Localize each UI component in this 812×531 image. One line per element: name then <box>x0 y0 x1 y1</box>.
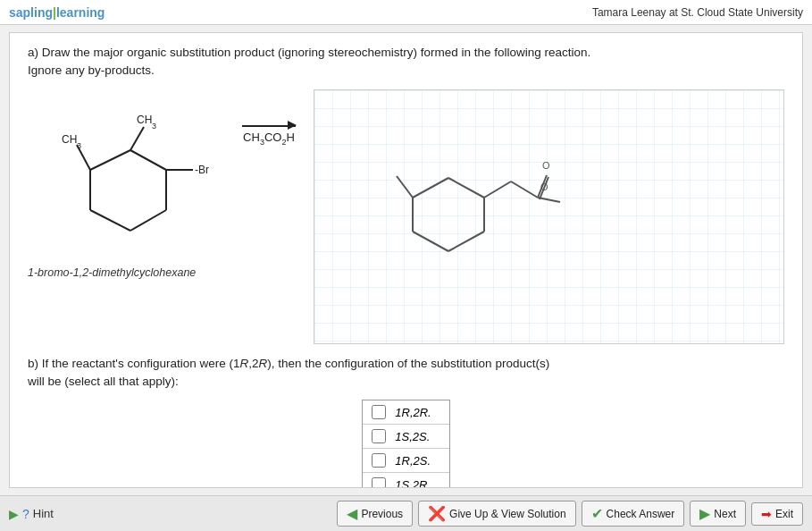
next-label: Next <box>714 508 736 520</box>
svg-line-7 <box>130 127 144 150</box>
drawing-area[interactable]: O O <box>314 89 784 344</box>
svg-text:O: O <box>540 181 548 192</box>
give-up-icon: ❌ <box>428 505 446 522</box>
svg-text:3: 3 <box>152 122 156 131</box>
grid-svg: O O <box>314 90 783 343</box>
check-label: Check Answer <box>607 508 675 520</box>
reactant-molecule: CH 3 CH 3 -Br <box>28 98 224 259</box>
checkbox-1r2r[interactable] <box>372 405 386 419</box>
checkbox-1s2r[interactable] <box>372 477 386 488</box>
svg-text:CH: CH <box>62 133 77 146</box>
top-bar: sapling|learning Tamara Leenay at St. Cl… <box>0 0 812 25</box>
svg-text:-Br: -Br <box>195 164 209 176</box>
logo: sapling|learning <box>9 5 105 20</box>
next-icon: ▶ <box>699 505 710 522</box>
checkbox-1r2s[interactable] <box>372 453 386 468</box>
checkbox-table: 1R,2R. 1S,2S. 1R,2S. 1S,2R. <box>362 400 449 488</box>
label-1s2r: 1S,2R. <box>395 478 431 489</box>
hint-area[interactable]: ▶ ? Hint <box>9 507 54 521</box>
label-1r2s: 1R,2S. <box>395 454 431 468</box>
exit-label: Exit <box>775 508 793 520</box>
next-button[interactable]: ▶ Next <box>690 501 746 527</box>
checkboxes-area: 1R,2R. 1S,2S. 1R,2S. 1S,2R. <box>28 400 784 488</box>
exit-icon: ➡ <box>761 507 772 521</box>
molecule-area: CH 3 CH 3 -Br 1-bromo-1,2-dimethylcycloh… <box>28 89 224 279</box>
question-icon: ? <box>22 507 29 521</box>
bottom-buttons: ◀ Previous ❌ Give Up & View Solution ✔ C… <box>337 501 803 527</box>
checkbox-row-3[interactable]: 1R,2S. <box>363 449 448 473</box>
main-content: a) Draw the major organic substitution p… <box>9 32 803 488</box>
svg-line-4 <box>90 210 130 231</box>
give-up-label: Give Up & View Solution <box>449 508 566 520</box>
hint-label[interactable]: Hint <box>33 507 54 520</box>
checkbox-row-1[interactable]: 1R,2R. <box>363 400 448 425</box>
previous-button[interactable]: ◀ Previous <box>337 501 413 527</box>
checkbox-1s2s[interactable] <box>372 429 386 443</box>
reagent-label: CH3CO2H <box>243 131 295 147</box>
checkbox-row-2[interactable]: 1S,2S. <box>363 425 448 449</box>
give-up-button[interactable]: ❌ Give Up & View Solution <box>418 501 576 527</box>
reagent-area: CH3CO2H <box>242 89 296 147</box>
previous-icon: ◀ <box>347 505 357 522</box>
part-a-question: a) Draw the major organic substitution p… <box>28 44 784 80</box>
user-info: Tamara Leenay at St. Cloud State Univers… <box>592 6 803 19</box>
bottom-bar: ▶ ? Hint ◀ Previous ❌ Give Up & View Sol… <box>0 495 812 531</box>
compound-name: 1-bromo-1,2-dimethylcyclohexane <box>28 266 224 279</box>
svg-rect-15 <box>314 90 783 343</box>
label-1r2r: 1R,2R. <box>395 406 431 419</box>
svg-text:CH: CH <box>137 114 152 126</box>
svg-text:O: O <box>542 160 550 171</box>
label-1s2s: 1S,2S. <box>395 430 430 443</box>
svg-line-0 <box>90 150 130 170</box>
exit-button[interactable]: ➡ Exit <box>751 502 803 526</box>
part-b-question: b) If the reactant's configuration were … <box>28 355 784 392</box>
svg-line-1 <box>130 150 166 170</box>
part-a-area: CH 3 CH 3 -Br 1-bromo-1,2-dimethylcycloh… <box>28 89 784 344</box>
svg-line-3 <box>130 210 166 231</box>
check-answer-button[interactable]: ✔ Check Answer <box>582 501 685 527</box>
checkbox-row-4[interactable]: 1S,2R. <box>363 473 448 488</box>
check-icon: ✔ <box>591 505 603 522</box>
svg-text:3: 3 <box>77 141 81 150</box>
play-icon: ▶ <box>9 507 19 521</box>
previous-label: Previous <box>361 508 403 520</box>
